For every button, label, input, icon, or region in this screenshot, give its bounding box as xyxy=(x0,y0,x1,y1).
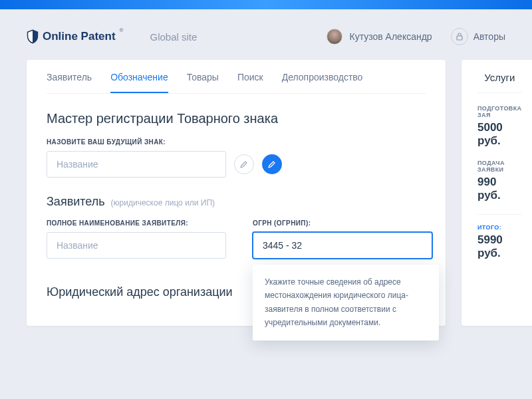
full-name-label: ПОЛНОЕ НАИМЕНОВАНИЕ ЗАЯВИТЕЛЯ: xyxy=(47,219,226,227)
full-name-input[interactable] xyxy=(47,232,226,259)
service-label: ПОДГОТОВКА ЗАЯ xyxy=(477,105,522,118)
ogrn-label: ОГРН (ОГРНИП): xyxy=(253,219,432,227)
applicant-title-text: Заявитель xyxy=(47,195,105,208)
total-price: 5990 руб. xyxy=(477,233,522,260)
pencil-icon xyxy=(268,160,276,168)
ogrn-tooltip: Укажите точные сведения об адресе местон… xyxy=(253,265,439,340)
brand-name: Online Patent xyxy=(43,30,116,43)
user-name: Кутузов Александр xyxy=(349,31,432,42)
tab-designation[interactable]: Обозначение xyxy=(110,72,168,93)
applicant-section-title: Заявитель (юридическое лицо или ИП) xyxy=(47,195,426,209)
service-item-filing: ПОДАЧА ЗАЯВКИ 990 руб. xyxy=(477,160,522,202)
tabs: Заявитель Обозначение Товары Поиск Делоп… xyxy=(47,60,426,94)
sign-name-input[interactable] xyxy=(47,151,226,178)
main-card: Заявитель Обозначение Товары Поиск Делоп… xyxy=(27,60,446,326)
global-site-link[interactable]: Global site xyxy=(150,31,197,43)
tab-search[interactable]: Поиск xyxy=(237,72,263,93)
divider xyxy=(477,214,522,215)
applicant-subtitle: (юридическое лицо или ИП) xyxy=(111,198,215,207)
tab-goods[interactable]: Товары xyxy=(187,72,219,93)
authors-label: Авторы xyxy=(473,31,505,42)
tab-proceedings[interactable]: Делопроизводство xyxy=(282,72,363,93)
lock-icon xyxy=(451,28,468,45)
registered-mark: ® xyxy=(120,27,124,33)
top-accent-stripe xyxy=(0,0,532,9)
tab-applicant[interactable]: Заявитель xyxy=(47,72,92,93)
authors-link[interactable]: Авторы xyxy=(451,28,505,45)
total-label: ИТОГО: xyxy=(477,224,522,231)
service-label: ПОДАЧА ЗАЯВКИ xyxy=(477,160,522,173)
edit-button[interactable] xyxy=(234,154,254,174)
service-item-prep: ПОДГОТОВКА ЗАЯ 5000 руб. xyxy=(477,105,522,148)
services-card: Услуги ПОДГОТОВКА ЗАЯ 5000 руб. ПОДАЧА З… xyxy=(462,60,532,326)
header: Online Patent ® Global site Кутузов Алек… xyxy=(0,9,532,60)
user-menu[interactable]: Кутузов Александр xyxy=(327,29,432,45)
service-price: 5000 руб. xyxy=(477,121,522,148)
page-title: Мастер регистрации Товарного знака xyxy=(47,111,426,126)
sign-name-label: НАЗОВИТЕ ВАШ БУДУЩИЙ ЗНАК: xyxy=(47,138,426,146)
logo[interactable]: Online Patent ® xyxy=(27,29,123,44)
shield-icon xyxy=(27,29,39,44)
svg-rect-0 xyxy=(457,36,462,40)
pencil-icon xyxy=(240,160,248,168)
services-title: Услуги xyxy=(477,72,522,93)
ogrn-input[interactable] xyxy=(253,232,432,259)
avatar xyxy=(327,29,342,45)
service-price: 990 руб. xyxy=(477,176,522,202)
edit-active-button[interactable] xyxy=(262,154,282,174)
service-total: ИТОГО: 5990 руб. xyxy=(477,224,522,260)
